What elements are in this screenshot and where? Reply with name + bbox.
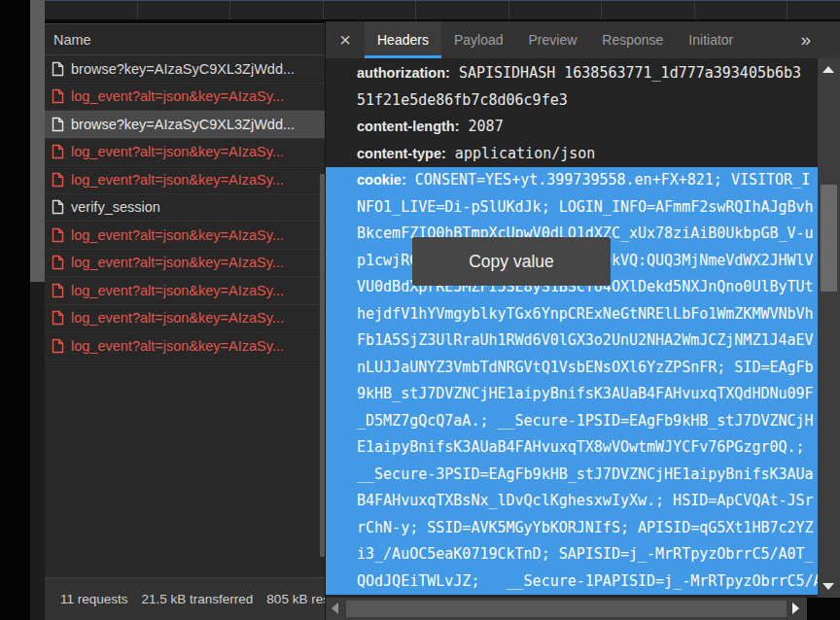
header-value: 9kHB_stJ7DVZNCjHE1aipyBnifsK3AUaB4FAHvux… xyxy=(357,385,814,402)
request-list: browse?key=AIzaSyC9XL3ZjWdd...log_event?… xyxy=(45,55,325,361)
header-line: i3_/AuOC5eaK0719CkTnD; SAPISID=j_-MrRTpy… xyxy=(357,541,818,568)
header-name: content-length: xyxy=(357,119,460,134)
network-grid-cell xyxy=(324,1,417,19)
header-line: cookie: CONSENT=YES+yt.399739558.en+FX+8… xyxy=(357,167,818,194)
header-value: __Secure-3PSID=EAgFb9kHB_stJ7DVZNCjHE1ai… xyxy=(357,465,814,483)
header-line: authorization: SAPISIDHASH 1638563771_1d… xyxy=(357,60,818,87)
header-value: Fb1A5SjZ3UlRraUh1RWd6V0lGX3o2UnU2NHA2WmJ… xyxy=(357,331,814,349)
network-grid-cell xyxy=(602,1,695,19)
request-name: log_event?alt=json&key=AIzaSy... xyxy=(71,255,284,270)
request-row[interactable]: log_event?alt=json&key=AIzaSy... xyxy=(45,139,325,167)
header-value: i3_/AuOC5eaK0719CkTnD; SAPISID=j_-MrRTpy… xyxy=(357,545,814,563)
tab-response[interactable]: Response xyxy=(589,21,676,58)
header-entry: authorization: SAPISIDHASH 1638563771_1d… xyxy=(326,60,818,114)
header-value: 2087 xyxy=(460,118,504,135)
request-name: browse?key=AIzaSyC9XL3ZjWdd... xyxy=(71,61,295,77)
header-line: E1aipyBnifsK3AUaB4FAHvuxqTX8wVOwtmWJYCFv… xyxy=(357,434,818,462)
network-grid-cell xyxy=(45,1,138,19)
page-scrollbar-thumb[interactable] xyxy=(30,0,45,282)
horizontal-scrollbar-thumb[interactable] xyxy=(346,601,787,617)
file-icon xyxy=(52,199,64,215)
network-request-panel: Name browse?key=AIzaSyC9XL3ZjWdd...log_e… xyxy=(45,23,325,620)
header-value: B4FAHvuxqTXBsNx_lDvQclKghesxwIyXw.; HSID… xyxy=(357,492,814,509)
request-name: log_event?alt=json&key=AIzaSy... xyxy=(71,227,284,243)
request-row[interactable]: verify_session xyxy=(45,194,325,223)
summary-request-count: 11 requests xyxy=(60,592,128,606)
request-name: verify_session xyxy=(71,199,160,215)
tab-headers[interactable]: Headers xyxy=(365,21,441,58)
header-name: authorization: xyxy=(357,65,450,81)
header-name: cookie: xyxy=(357,172,406,188)
summary-transferred: 21.5 kB transferred xyxy=(142,592,254,606)
request-row[interactable]: browse?key=AIzaSyC9XL3ZjWdd... xyxy=(45,55,325,84)
header-line: B4FAHvuxqTXBsNx_lDvQclKghesxwIyXw.; HSID… xyxy=(357,488,818,515)
tab-preview[interactable]: Preview xyxy=(516,21,590,58)
details-horizontal-scrollbar[interactable] xyxy=(326,598,808,620)
request-row[interactable]: browse?key=AIzaSyC9XL3ZjWdd... xyxy=(45,111,325,139)
scroll-down-icon[interactable] xyxy=(822,583,834,590)
request-row[interactable]: log_event?alt=json&key=AIzaSy... xyxy=(45,250,325,278)
details-vertical-scrollbar[interactable] xyxy=(818,58,840,598)
scroll-right-icon[interactable] xyxy=(792,603,799,614)
file-icon xyxy=(52,338,64,354)
file-icon xyxy=(52,255,64,270)
page-background xyxy=(0,0,30,620)
request-row[interactable]: log_event?alt=json&key=AIzaSy... xyxy=(45,277,325,305)
request-name: log_event?alt=json&key=AIzaSy... xyxy=(71,88,284,104)
more-tabs-icon[interactable]: » xyxy=(800,21,811,58)
network-grid-cell xyxy=(788,1,840,19)
header-line: QOdJQEiTWLvJZ; __Secure-1PAPISID=j_-MrRT… xyxy=(357,568,818,596)
request-row[interactable]: log_event?alt=json&key=AIzaSy... xyxy=(45,84,325,112)
header-entry: content-length: 2087 xyxy=(326,114,818,141)
request-name: log_event?alt=json&key=AIzaSy... xyxy=(71,338,284,354)
summary-resources: 805 kB resources xyxy=(266,592,325,606)
network-summary-bar: 11 requests 21.5 kB transferred 805 kB r… xyxy=(45,577,325,620)
header-line: content-length: 2087 xyxy=(357,114,818,141)
file-icon xyxy=(52,117,64,132)
header-line: Fb1A5SjZ3UlRraUh1RWd6V0lGX3o2UnU2NHA2WmJ… xyxy=(357,327,818,355)
header-value: NFO1_LIVE=Di-pSlUKdJk; LOGIN_INFO=AFmmF2… xyxy=(357,198,814,216)
tabs: HeadersPayloadPreviewResponseInitiator xyxy=(365,21,746,58)
request-row[interactable]: log_event?alt=json&key=AIzaSy... xyxy=(45,332,325,361)
header-line: 9kHB_stJ7DVZNCjHE1aipyBnifsK3AUaB4FAHvux… xyxy=(357,381,818,408)
request-name: log_event?alt=json&key=AIzaSy... xyxy=(71,283,284,298)
header-line: NFO1_LIVE=Di-pSlUKdJk; LOGIN_INFO=AFmmF2… xyxy=(357,194,818,222)
request-row[interactable]: log_event?alt=json&key=AIzaSy... xyxy=(45,305,325,333)
header-value: 51f21e5de86fb7c8d06c9fe3 xyxy=(357,91,568,109)
request-name: log_event?alt=json&key=AIzaSy... xyxy=(71,310,284,326)
tab-initiator[interactable]: Initiator xyxy=(676,21,746,58)
scrollbar-corner xyxy=(807,598,840,620)
page-scrollbar[interactable] xyxy=(30,0,45,620)
header-entry: cookie: CONSENT=YES+yt.399739558.en+FX+8… xyxy=(326,167,818,595)
request-row[interactable]: log_event?alt=json&key=AIzaSy... xyxy=(45,222,325,250)
file-icon xyxy=(52,144,64,159)
header-value: E1aipyBnifsK3AUaB4FAHvuxqTX8wVOwtmWJYCFv… xyxy=(357,438,805,456)
file-icon xyxy=(52,88,64,104)
details-tab-bar: × HeadersPayloadPreviewResponseInitiator… xyxy=(326,21,840,58)
header-value: QOdJQEiTWLvJZ; __Secure-1PAPISID=j_-MrRT… xyxy=(357,572,818,590)
header-value: hejdfV1hYVmgyblkyTGx6YnpCRExNeGtNRElLbFo… xyxy=(357,305,814,323)
header-value: _D5MZ7gQcQ7aA.; __Secure-1PSID=EAgFb9kHB… xyxy=(357,412,814,430)
file-icon xyxy=(52,172,64,188)
scroll-left-icon[interactable] xyxy=(332,603,338,614)
header-name: content-type: xyxy=(357,146,446,161)
header-value: SAPISIDHASH 1638563771_1d777a393405b6b3 xyxy=(450,64,801,82)
header-value: application/json xyxy=(446,145,596,162)
header-line: hejdfV1hYVmgyblkyTGx6YnpCRExNeGtNRElLbFo… xyxy=(357,301,818,328)
network-grid-cell xyxy=(138,1,231,19)
header-entry: content-type: application/json xyxy=(326,141,818,168)
network-grid-cell xyxy=(230,1,324,19)
file-icon xyxy=(52,227,64,243)
request-name: browse?key=AIzaSyC9XL3ZjWdd... xyxy=(71,117,295,132)
request-row[interactable]: log_event?alt=json&key=AIzaSy... xyxy=(45,166,325,194)
header-value: CONSENT=YES+yt.399739558.en+FX+821; VISI… xyxy=(406,171,810,189)
copy-value-menu-item[interactable]: Copy value xyxy=(412,237,611,286)
name-column-header[interactable]: Name xyxy=(45,24,325,55)
file-icon xyxy=(52,283,64,298)
request-name: log_event?alt=json&key=AIzaSy... xyxy=(71,172,284,188)
scroll-up-icon[interactable] xyxy=(822,66,834,73)
request-details-panel: × HeadersPayloadPreviewResponseInitiator… xyxy=(325,21,840,620)
tab-payload[interactable]: Payload xyxy=(441,21,516,58)
close-icon[interactable]: × xyxy=(326,21,365,58)
vertical-scrollbar-thumb[interactable] xyxy=(821,185,837,292)
